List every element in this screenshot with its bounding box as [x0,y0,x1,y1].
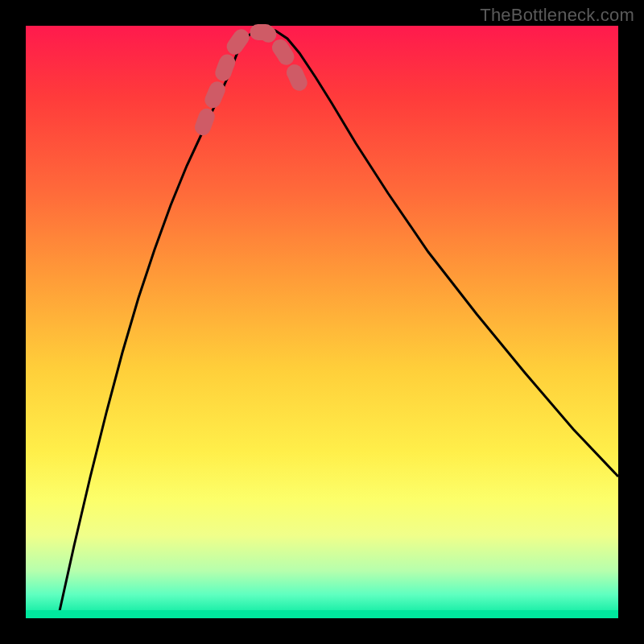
watermark-text: TheBottleneck.com [480,5,634,26]
chart-frame [26,26,618,618]
curve-path [58,29,618,618]
chart-svg [26,26,618,618]
overlay-marks-path [203,32,306,127]
bottom-edge [26,610,618,618]
